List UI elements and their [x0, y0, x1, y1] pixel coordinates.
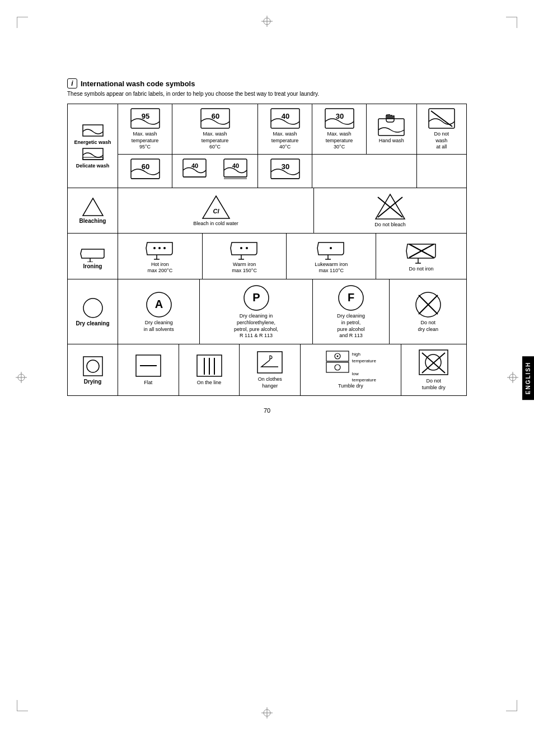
- svg-text:95: 95: [141, 112, 149, 120]
- drying-label: Drying: [84, 379, 102, 385]
- wash-95-caption: Max. washtemperature95°C: [120, 131, 170, 151]
- delicate-wash-icon: [82, 147, 104, 161]
- wash-40-caption: Max. washtemperature40°C: [260, 131, 310, 151]
- svg-marker-39: [83, 198, 103, 216]
- wash-95-cell: 95 Max. washtemperature95°C: [118, 104, 172, 155]
- on-line-caption: On the line: [182, 380, 236, 386]
- delicate-40-icon-2: 40: [223, 158, 248, 183]
- page-number: 70: [67, 407, 467, 414]
- svg-text:F: F: [348, 291, 354, 304]
- wash-60-cell: 60 Max. washtemperature60°C: [172, 104, 258, 155]
- delicate-60-icon: 60: [130, 158, 161, 183]
- wash-30-icon: 30: [324, 108, 355, 130]
- dry-cleaning-table: Dry cleaning A Dry cleaningin all solven…: [67, 279, 467, 344]
- bleaching-table: Bleaching Cl Bleach in cold water: [67, 188, 467, 234]
- hand-wash-icon: [377, 114, 405, 137]
- lukewarm-iron-cell: Lukewarm ironmax 110°C: [287, 233, 376, 279]
- do-not-wash-icon: [428, 108, 456, 130]
- do-not-iron-caption: Do not iron: [380, 266, 463, 273]
- svg-text:40: 40: [191, 162, 198, 169]
- svg-rect-81: [257, 352, 282, 373]
- main-content: i International wash code symbols These …: [67, 78, 467, 414]
- wash-row-bottom: 60 40: [68, 155, 467, 188]
- delicate-60-cell: 60: [118, 155, 172, 188]
- clothes-hanger-cell: On clotheshanger: [240, 344, 301, 395]
- svg-text:40: 40: [281, 112, 289, 120]
- do-not-wash-caption: Do notwashat all: [419, 131, 464, 151]
- svg-rect-86: [326, 362, 349, 372]
- wash-40-cell: 40 Max. washtemperature40°C: [258, 104, 312, 155]
- wash-table: Energetic wash Delicate wash 95: [67, 104, 467, 188]
- tumble-dry-caption: Tumble dry: [304, 383, 397, 390]
- flat-icon: [134, 353, 162, 379]
- reg-mark-left: [16, 372, 27, 384]
- wash-95-icon: 95: [130, 108, 161, 130]
- do-not-bleach-cell: Do not bleach: [313, 188, 466, 234]
- clothes-hanger-caption: On clotheshanger: [243, 376, 297, 389]
- lukewarm-iron-caption: Lukewarm ironmax 110°C: [290, 262, 372, 274]
- svg-rect-73: [83, 357, 102, 376]
- ironing-table: Ironing Hot ironmax 200°C: [67, 233, 467, 279]
- wash-40-icon: 40: [270, 108, 301, 130]
- svg-point-87: [335, 365, 340, 370]
- svg-text:A: A: [154, 298, 162, 310]
- tumble-dry-cell: hightemperature lowtemperature Tumble dr…: [301, 344, 401, 395]
- dry-cleaning-label-cell: Dry cleaning: [68, 279, 118, 344]
- drying-table: Drying Flat: [67, 344, 467, 396]
- svg-text:40: 40: [232, 162, 239, 169]
- drying-row: Drying Flat: [68, 344, 467, 395]
- reg-mark-bottom: [261, 707, 273, 720]
- ironing-row: Ironing Hot ironmax 200°C: [68, 233, 467, 279]
- svg-text:Cl: Cl: [213, 208, 219, 214]
- svg-rect-13: [83, 148, 103, 160]
- bleaching-label-cell: Bleaching: [68, 188, 118, 234]
- warm-iron-cell: Warm ironmax 150°C: [202, 233, 287, 279]
- do-not-iron-icon: [405, 240, 438, 265]
- wash-row-top: Energetic wash Delicate wash 95: [68, 104, 467, 155]
- delicate-wash-label: Delicate wash: [76, 163, 110, 169]
- lukewarm-iron-icon: [316, 238, 346, 260]
- do-not-bleach-caption: Do not bleach: [317, 222, 463, 228]
- bleach-cold-icon: Cl: [200, 194, 231, 220]
- svg-point-74: [87, 360, 99, 372]
- svg-point-48: [158, 247, 161, 249]
- hot-iron-caption: Hot ironmax 200°C: [121, 262, 199, 274]
- dry-petrol-cell: F Dry cleaningin petrol,pure alcoholand …: [312, 279, 390, 344]
- do-not-wash-cell: Do notwashat all: [416, 104, 466, 155]
- hot-iron-icon: [144, 238, 175, 260]
- hot-iron-cell: Hot ironmax 200°C: [118, 233, 203, 279]
- dry-cleaning-icon: [82, 297, 104, 319]
- do-not-tumble-dry-cell: Do nottumble dry: [401, 344, 466, 395]
- dry-petrol-icon: F: [337, 284, 365, 312]
- wash-60-caption: Max. washtemperature60°C: [175, 131, 255, 151]
- hand-wash-cell: Hand wash: [367, 104, 416, 155]
- tumble-dry-low-label: lowtemperature: [352, 371, 376, 383]
- dry-perchlo-icon: P: [242, 284, 270, 312]
- svg-point-85: [336, 356, 338, 357]
- bleaching-label: Bleaching: [79, 218, 106, 224]
- do-not-dry-clean-icon: [414, 291, 442, 319]
- svg-text:30: 30: [335, 112, 343, 120]
- energetic-wash-icon: [82, 124, 104, 138]
- svg-text:30: 30: [281, 162, 289, 171]
- bleach-cold-caption: Bleach in cold water: [121, 221, 310, 227]
- title-row: i International wash code symbols: [67, 78, 467, 88]
- delicate-30-icon: 30: [270, 158, 301, 183]
- tumble-dry-icon: [325, 350, 350, 374]
- svg-text:P: P: [252, 291, 260, 304]
- wash-60-icon: 60: [200, 108, 231, 130]
- svg-point-56: [330, 247, 332, 249]
- ironing-label-cell: Ironing: [68, 233, 118, 279]
- hand-wash-caption: Hand wash: [369, 138, 414, 144]
- page: ENGLISH i International wash code symbol…: [0, 0, 534, 756]
- drying-label-cell: Drying: [68, 344, 118, 395]
- tumble-dry-high-label: hightemperature: [352, 352, 376, 363]
- clothes-hanger-icon: [256, 350, 284, 375]
- svg-point-49: [163, 247, 166, 249]
- svg-point-52: [240, 247, 242, 249]
- dry-all-solvents-icon: A: [145, 291, 173, 319]
- warm-iron-caption: Warm ironmax 150°C: [206, 262, 283, 274]
- wash-label: Energetic wash Delicate wash: [68, 104, 118, 188]
- dry-cleaning-row: Dry cleaning A Dry cleaningin all solven…: [68, 279, 467, 344]
- svg-marker-40: [203, 196, 229, 218]
